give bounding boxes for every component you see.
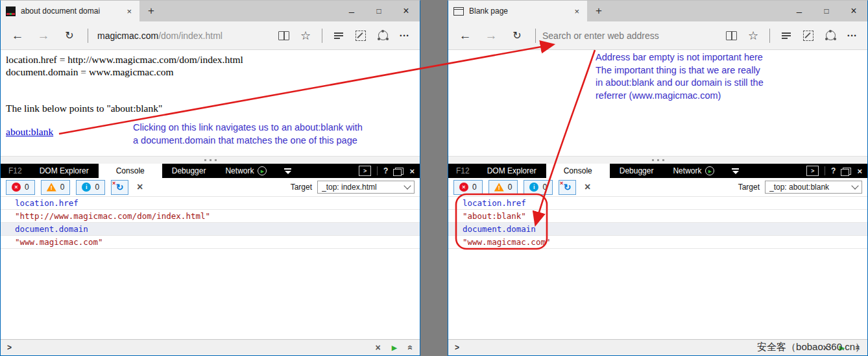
console-toolbar: × 0 ! 0 i 0 ↻ × × Target _top: index.htm… — [1, 178, 420, 197]
chevron-down-icon — [851, 182, 858, 189]
tab-console[interactable]: Console — [99, 164, 162, 178]
new-tab-button[interactable]: + — [139, 1, 163, 21]
address-search-input[interactable] — [541, 30, 720, 42]
warning-filter-button[interactable]: ! 0 — [488, 180, 518, 195]
clear-console-icon[interactable]: × — [137, 181, 143, 193]
reading-view-button[interactable] — [272, 31, 295, 40]
reading-view-button[interactable] — [720, 31, 742, 40]
back-icon[interactable]: ← — [452, 29, 478, 43]
target-dropdown[interactable]: _top: index.html — [317, 181, 415, 194]
error-filter-button[interactable]: × 0 — [6, 180, 35, 195]
show-console-icon[interactable]: > — [806, 166, 819, 176]
hub-button[interactable] — [775, 32, 797, 39]
back-icon[interactable]: ← — [5, 29, 30, 43]
tab-dom-explorer[interactable]: DOM Explorer — [30, 164, 99, 178]
target-selector: Target _top: index.html — [291, 181, 415, 194]
web-note-icon — [356, 31, 366, 41]
tab-dom-explorer[interactable]: DOM Explorer — [477, 164, 546, 178]
error-icon: × — [12, 183, 21, 192]
warning-count: 0 — [508, 183, 512, 192]
tab-about-document-domain[interactable]: about document domai × — [1, 1, 139, 21]
tab-network[interactable]: Network ▶ — [215, 164, 276, 178]
browser-window-left: about document domai × + – □ × ← → ↻ mag… — [0, 0, 420, 356]
more-actions-button[interactable]: ••• — [841, 32, 863, 39]
clear-on-navigate-button[interactable]: ↻ × — [559, 180, 576, 195]
annotation-line: a document.domain that matches the one o… — [133, 134, 363, 147]
close-button[interactable]: × — [392, 1, 420, 21]
star-icon: ☆ — [748, 29, 758, 43]
close-button[interactable]: × — [840, 1, 867, 21]
book-icon — [726, 31, 737, 40]
target-dropdown[interactable]: _top: about:blank — [765, 181, 862, 194]
share-icon — [826, 31, 836, 40]
maximize-button[interactable]: □ — [365, 1, 392, 21]
annotation-line: Address bar empty is not important here — [596, 51, 764, 64]
devtools-separator — [825, 166, 825, 175]
devtools-separator — [377, 166, 378, 175]
maximize-button[interactable]: □ — [813, 1, 840, 21]
tab-close-icon[interactable]: × — [124, 6, 134, 16]
minimize-button[interactable]: – — [338, 1, 365, 21]
target-label: Target — [291, 183, 312, 192]
console-output: location.href "http://www.magicmac.com/d… — [1, 197, 420, 249]
more-actions-button[interactable]: ••• — [394, 32, 416, 39]
help-icon[interactable]: ? — [831, 166, 836, 175]
tab-console[interactable]: Console — [546, 164, 610, 178]
blank-page-icon — [453, 7, 464, 16]
error-icon: × — [459, 183, 468, 192]
console-prompt[interactable]: > — [455, 343, 459, 352]
web-note-button[interactable] — [350, 31, 372, 41]
share-button[interactable] — [372, 31, 394, 40]
warning-filter-button[interactable]: ! 0 — [41, 180, 71, 195]
tab-close-icon[interactable]: × — [572, 6, 582, 16]
filter-menu-icon[interactable] — [724, 164, 747, 178]
info-count: 0 — [95, 183, 99, 192]
undock-icon[interactable] — [843, 168, 851, 175]
share-button[interactable] — [819, 31, 841, 40]
devtools-splitter[interactable] — [1, 156, 420, 164]
clear-input-icon[interactable]: × — [376, 342, 381, 353]
help-icon[interactable]: ? — [383, 166, 388, 175]
info-filter-button[interactable]: i 0 — [524, 180, 553, 195]
info-icon: i — [82, 183, 91, 192]
run-icon[interactable]: ▶ — [392, 344, 397, 352]
annotation-line: in about:blank and our domain is still t… — [596, 77, 764, 90]
favorites-button[interactable]: ☆ — [742, 29, 764, 43]
favorites-button[interactable]: ☆ — [295, 29, 317, 43]
network-recording-icon: ▶ — [258, 166, 267, 175]
tab-debugger[interactable]: Debugger — [610, 164, 664, 178]
console-row: location.href — [1, 197, 420, 210]
annotation-line: The important thing is that we are reall… — [596, 64, 764, 77]
refresh-icon[interactable]: ↻ — [504, 29, 530, 42]
filter-menu-icon[interactable] — [276, 164, 299, 178]
info-filter-button[interactable]: i 0 — [76, 180, 105, 195]
f12-label: F12 — [448, 164, 477, 178]
console-input-bar[interactable]: > × ▶ « — [1, 339, 420, 355]
clear-console-icon[interactable]: × — [585, 181, 590, 193]
hub-button[interactable] — [328, 32, 350, 39]
web-note-button[interactable] — [797, 31, 819, 41]
minimize-button[interactable]: – — [786, 1, 813, 21]
error-filter-button[interactable]: × 0 — [453, 180, 483, 195]
expand-input-icon[interactable]: « — [405, 345, 416, 350]
tab-blank-page[interactable]: Blank page × — [448, 1, 587, 21]
tab-network-label: Network — [225, 166, 254, 175]
new-tab-button[interactable]: + — [587, 1, 610, 21]
devtools-close-icon[interactable]: × — [857, 166, 862, 176]
about-blank-link[interactable]: about:blank — [6, 126, 53, 138]
refresh-icon[interactable]: ↻ — [56, 29, 82, 42]
console-row: "www.magicmac.com" — [1, 236, 420, 249]
devtools-splitter[interactable] — [448, 156, 867, 164]
toolbar-separator — [535, 29, 536, 43]
clear-on-navigate-button[interactable]: ↻ × — [111, 180, 128, 195]
tab-debugger[interactable]: Debugger — [162, 164, 216, 178]
show-console-icon[interactable]: > — [359, 166, 371, 176]
annotation-note-right: Address bar empty is not important here … — [596, 51, 764, 102]
address-bar[interactable]: magicmac.com/dom/index.html — [93, 31, 272, 41]
tab-network[interactable]: Network ▶ — [663, 164, 724, 178]
clear-on-navigate-icon: ↻ — [116, 183, 124, 192]
undock-icon[interactable] — [395, 168, 404, 175]
network-recording-icon: ▶ — [705, 166, 714, 175]
devtools-close-icon[interactable]: × — [409, 166, 415, 176]
console-prompt[interactable]: > — [7, 343, 12, 352]
